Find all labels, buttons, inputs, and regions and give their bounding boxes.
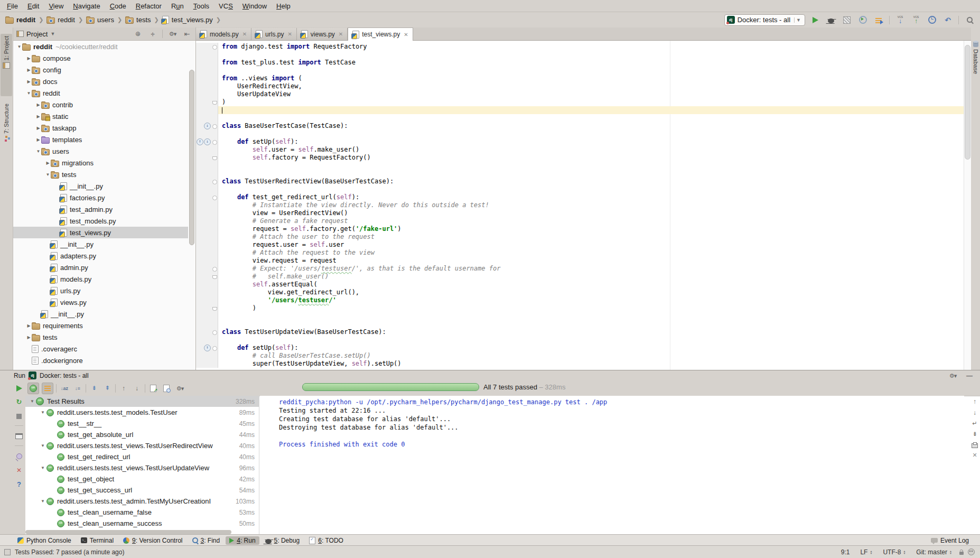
softwrap-icon[interactable] xyxy=(972,420,977,427)
breadcrumb-item[interactable]: test_views.py xyxy=(161,16,214,24)
fold-marker[interactable] xyxy=(212,45,217,50)
down-icon[interactable] xyxy=(973,409,976,416)
menu-refactor[interactable]: Refactor xyxy=(131,1,166,11)
restore-button[interactable] xyxy=(15,432,23,440)
toolwindow-6-todo[interactable]: 6: TODO xyxy=(305,536,347,545)
stop-button[interactable] xyxy=(16,412,22,420)
bug-button[interactable] xyxy=(826,15,836,25)
fold-marker[interactable] xyxy=(212,156,217,160)
project-tree-item[interactable]: factories.py xyxy=(13,192,188,203)
stripe-7-structure[interactable]: 7: Structure xyxy=(1,101,12,169)
project-scrollbar[interactable] xyxy=(189,41,195,370)
project-tree-item[interactable]: ▼reddit xyxy=(13,87,188,99)
help-button[interactable] xyxy=(17,480,21,488)
filter-lines-button[interactable] xyxy=(42,383,53,394)
fold-marker[interactable] xyxy=(212,101,217,105)
project-tree-item[interactable]: ▶docs xyxy=(13,76,188,87)
hide-button[interactable] xyxy=(182,29,192,39)
test-result-item[interactable]: test_get_absolute_url44ms xyxy=(25,429,259,440)
breadcrumb-item[interactable]: tests xyxy=(124,16,152,24)
coverage-button[interactable] xyxy=(842,15,852,25)
profile-button[interactable] xyxy=(857,15,868,25)
tool-window-toggle-icon[interactable] xyxy=(4,549,11,555)
fold-marker[interactable] xyxy=(212,330,217,335)
menu-file[interactable]: File xyxy=(2,1,23,11)
fold-marker[interactable] xyxy=(212,275,217,279)
project-tree-item[interactable]: adapters.py xyxy=(13,250,188,262)
test-result-item[interactable]: test_clean_username_false53ms xyxy=(25,507,259,518)
fold-marker[interactable] xyxy=(212,180,217,184)
search-button[interactable] xyxy=(964,15,975,25)
project-tree-item[interactable]: ▶contrib xyxy=(13,99,188,110)
run-test-gutter-icon[interactable]: ↓ xyxy=(204,138,211,145)
project-tree-item[interactable]: urls.py xyxy=(13,285,188,296)
test-tree-hscrollbar[interactable] xyxy=(25,530,231,534)
project-tree-item[interactable]: __init__.py xyxy=(13,238,188,250)
project-tree-item[interactable]: ▶compose xyxy=(13,52,188,64)
project-tree-item[interactable]: ▶requirements xyxy=(13,320,188,331)
project-tree-item[interactable]: .coveragerc xyxy=(13,343,188,355)
collapse-button[interactable] xyxy=(102,383,113,394)
menu-help[interactable]: Help xyxy=(272,1,295,11)
menu-window[interactable]: Window xyxy=(238,1,272,11)
filter-ok-button[interactable] xyxy=(27,383,39,394)
fold-marker[interactable] xyxy=(212,346,217,351)
sort-time-button[interactable] xyxy=(72,383,83,394)
project-tree-item[interactable]: __init__.py xyxy=(13,308,188,320)
test-result-item[interactable]: test_get_redirect_url40ms xyxy=(25,451,259,462)
vcs-up-button[interactable] xyxy=(911,15,921,25)
test-result-item[interactable]: test_clean_username_success50ms xyxy=(25,518,259,529)
test-result-item[interactable]: test__str__45ms xyxy=(25,418,259,429)
project-tree-item[interactable]: ▼users xyxy=(13,145,188,157)
toolwindow-3-find[interactable]: 3: Find xyxy=(189,536,224,545)
locate-button[interactable] xyxy=(133,29,143,39)
project-tree-item[interactable]: admin.py xyxy=(13,262,188,273)
gear-v-button[interactable] xyxy=(174,383,185,394)
test-result-item[interactable]: test_get_object42ms xyxy=(25,473,259,485)
project-tree-item[interactable]: ▶taskapp xyxy=(13,122,188,134)
breadcrumb-item[interactable]: reddit xyxy=(4,16,36,24)
undo-button[interactable] xyxy=(942,15,953,25)
menu-vcs[interactable]: VCS xyxy=(214,1,238,11)
editor[interactable]: from django.test import RequestFactoryfr… xyxy=(196,41,971,370)
close-icon[interactable]: ✕ xyxy=(404,32,408,38)
test-result-item[interactable]: ▼ reddit.users.tests.test_models.TestUse… xyxy=(25,407,259,418)
run-configuration-select[interactable]: Docker: tests - all ▼ xyxy=(724,14,805,26)
gear-v-button[interactable] xyxy=(167,29,178,39)
runlist-button[interactable] xyxy=(873,15,884,25)
editor-scrollbar[interactable] xyxy=(964,41,971,370)
play-button[interactable] xyxy=(16,384,22,392)
git-branch-select[interactable]: Git: master▲▼ xyxy=(913,548,955,556)
sort-az-button[interactable] xyxy=(59,383,70,394)
project-tree-item[interactable]: ▶migrations xyxy=(13,157,188,169)
project-view-select[interactable]: Project ▼ xyxy=(16,30,129,38)
test-result-item[interactable]: test_get_success_url54ms xyxy=(25,485,259,496)
history-button[interactable] xyxy=(927,15,937,25)
toolwindow-event-log[interactable]: Event Log xyxy=(927,536,973,545)
menu-navigate[interactable]: Navigate xyxy=(68,1,105,11)
run-test-gutter-icon[interactable]: ↓ xyxy=(204,123,211,129)
hector-inspector-icon[interactable] xyxy=(968,548,975,555)
test-result-item[interactable]: ▼ reddit.users.tests.test_admin.TestMyUs… xyxy=(25,496,259,507)
vcs-down-button[interactable] xyxy=(895,15,906,25)
project-tree-item[interactable]: ▶templates xyxy=(13,134,188,145)
up-button[interactable] xyxy=(118,383,129,394)
project-tree-item[interactable]: ▶config xyxy=(13,64,188,76)
editor-tab[interactable]: urls.py✕ xyxy=(251,28,297,40)
gear-v-button[interactable] xyxy=(947,370,958,381)
fold-marker[interactable] xyxy=(212,267,217,272)
stripe-1-project[interactable]: 1: Project xyxy=(1,34,12,96)
project-tree-item[interactable]: test_views.py xyxy=(13,227,188,238)
line-ending-select[interactable]: LF▲▼ xyxy=(857,548,875,556)
pin-button[interactable] xyxy=(16,452,22,460)
fold-marker[interactable] xyxy=(212,140,217,145)
test-result-item[interactable]: ▼ reddit.users.tests.test_views.TestUser… xyxy=(25,462,259,473)
close-icon[interactable]: ✕ xyxy=(287,31,292,37)
export-button[interactable] xyxy=(148,383,158,394)
x-button[interactable] xyxy=(16,466,22,474)
project-tree-item[interactable]: test_models.py xyxy=(13,215,188,227)
collapse-panel-button[interactable] xyxy=(147,29,158,39)
toolwindow-4-run[interactable]: 4: Run xyxy=(226,536,259,545)
close-icon[interactable]: ✕ xyxy=(339,31,343,37)
editor-tab[interactable]: test_views.py✕ xyxy=(348,27,413,41)
